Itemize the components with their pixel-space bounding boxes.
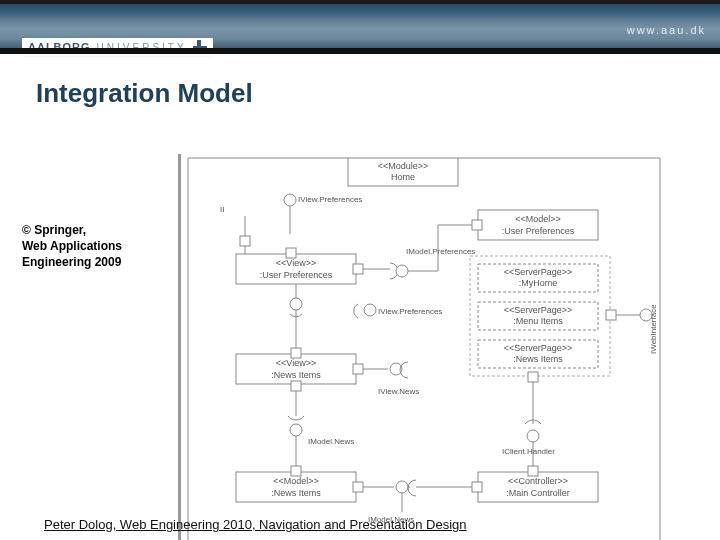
svg-rect-58 xyxy=(528,466,538,476)
svg-text::User Preferences: :User Preferences xyxy=(502,226,575,236)
diagram-svg: <<Module>> Home IView.Preferences <<View… xyxy=(178,154,668,540)
university-url: www.aau.dk xyxy=(627,24,706,36)
svg-rect-59 xyxy=(472,482,482,492)
svg-text:<<View>>: <<View>> xyxy=(276,358,316,368)
iface-iviewpref-mid: IView.Preferences xyxy=(378,307,442,316)
module-name: Home xyxy=(391,172,415,182)
svg-text:<<Model>>: <<Model>> xyxy=(515,214,561,224)
svg-rect-42 xyxy=(353,364,363,374)
svg-text:II: II xyxy=(220,205,224,214)
svg-point-1 xyxy=(284,194,296,206)
svg-text:IWebInterface: IWebInterface xyxy=(649,304,658,354)
box-news-items-model: <<Model>> :News Items xyxy=(236,466,363,502)
box-news-items-view: <<View>> :News Items xyxy=(236,348,363,391)
box-main-controller: <<Controller>> :Main Controller xyxy=(472,466,598,502)
attribution-line-1: © Springer, xyxy=(22,222,162,238)
iface-iviewpref-top: IView.Preferences xyxy=(298,195,362,204)
svg-point-61 xyxy=(527,430,539,442)
logo-icon xyxy=(193,40,207,54)
svg-rect-6 xyxy=(286,248,296,258)
svg-rect-34 xyxy=(606,310,616,320)
svg-text:<<ServerPage>>: <<ServerPage>> xyxy=(504,343,573,353)
svg-text::News Items: :News Items xyxy=(271,488,321,498)
svg-rect-53 xyxy=(291,466,301,476)
svg-rect-41 xyxy=(291,348,301,358)
header-banner: AALBORG UNIVERSITY www.aau.dk xyxy=(0,0,720,54)
svg-text::MyHome: :MyHome xyxy=(519,278,558,288)
attribution: © Springer, Web Applications Engineering… xyxy=(22,222,162,271)
svg-point-48 xyxy=(290,424,302,436)
svg-text:<<ServerPage>>: <<ServerPage>> xyxy=(504,305,573,315)
page-title: Integration Model xyxy=(36,78,684,109)
svg-rect-63 xyxy=(528,372,538,382)
iface-imodelnews-left: IModel.News xyxy=(308,437,354,446)
slide-body: Integration Model © Springer, Web Applic… xyxy=(0,54,720,109)
diagram-left-bar xyxy=(178,154,181,540)
university-suffix: UNIVERSITY xyxy=(97,42,187,53)
iface-iwebinterface: IWebInterface xyxy=(616,304,658,354)
box-user-pref-view: <<View>> :User Preferences xyxy=(236,236,363,284)
svg-text::User Preferences: :User Preferences xyxy=(260,270,333,280)
footer-text: Peter Dolog, Web Engineering 2010, Navig… xyxy=(44,517,467,532)
box-myhome: <<ServerPage>> :MyHome xyxy=(478,264,598,292)
svg-point-23 xyxy=(364,304,376,316)
box-module-home: <<Module>> Home xyxy=(348,158,458,186)
svg-rect-54 xyxy=(353,482,363,492)
iface-iclienthandler: IClient.Handler xyxy=(502,447,555,456)
module-stereo: <<Module>> xyxy=(378,161,429,171)
attribution-line-2: Web Applications xyxy=(22,238,162,254)
svg-text:<<ServerPage>>: <<ServerPage>> xyxy=(504,267,573,277)
svg-text::News Items: :News Items xyxy=(513,354,563,364)
svg-text::News Items: :News Items xyxy=(271,370,321,380)
svg-rect-15 xyxy=(472,220,482,230)
box-menu-items: <<ServerPage>> :Menu Items xyxy=(478,302,598,330)
attribution-line-3: Engineering 2009 xyxy=(22,254,162,270)
svg-text:<<Model>>: <<Model>> xyxy=(273,476,319,486)
iface-iviewnews: IView.News xyxy=(378,387,419,396)
svg-point-17 xyxy=(396,265,408,277)
box-user-pref-model: <<Model>> :User Preferences xyxy=(472,210,598,240)
svg-rect-7 xyxy=(240,236,250,246)
svg-text::Main Controller: :Main Controller xyxy=(506,488,570,498)
iface-imodelpref: IModel.Preferences xyxy=(406,247,475,256)
svg-text::Menu Items: :Menu Items xyxy=(513,316,563,326)
box-sp-news-items: <<ServerPage>> :News Items xyxy=(478,340,598,368)
svg-rect-8 xyxy=(353,264,363,274)
svg-point-65 xyxy=(396,481,408,493)
university-name: AALBORG xyxy=(28,41,91,53)
svg-text:<<Controller>>: <<Controller>> xyxy=(508,476,568,486)
svg-point-22 xyxy=(290,298,302,310)
uml-diagram: <<Module>> Home IView.Preferences <<View… xyxy=(178,154,668,540)
svg-rect-43 xyxy=(291,381,301,391)
svg-text:<<View>>: <<View>> xyxy=(276,258,316,268)
